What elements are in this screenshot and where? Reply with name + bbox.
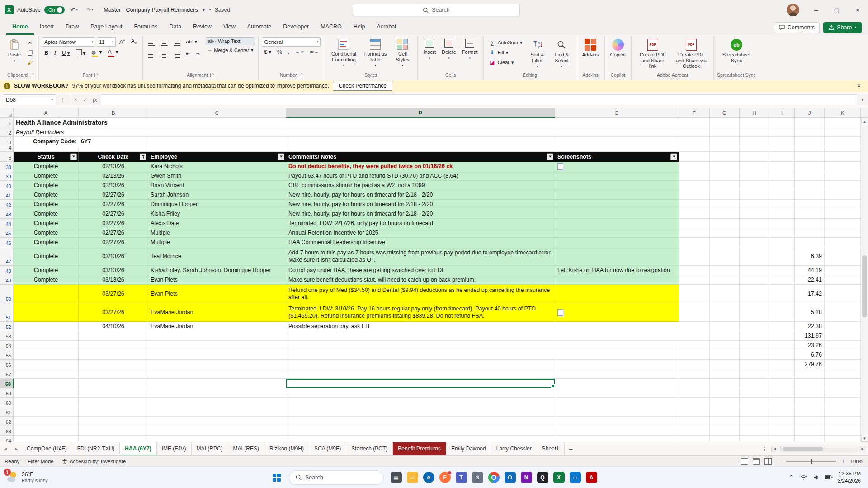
table-header-comments-notes[interactable]: Comments/ Notes <box>286 152 555 162</box>
amount-cell-50[interactable]: 17.42 <box>795 285 825 303</box>
status-cell-47[interactable]: Complete <box>14 247 79 266</box>
check-date-cell-42[interactable]: 02/27/26 <box>79 200 148 209</box>
cell-styles-button[interactable]: Cell Styles▾ <box>391 37 414 68</box>
company-code-value-cell[interactable]: 6Y7 <box>79 137 148 146</box>
cell-H[interactable] <box>740 407 769 417</box>
sheet-tab-emily-dawood[interactable]: Emily Dawood <box>446 442 491 455</box>
amount-cell-52[interactable]: 22.38 <box>795 322 825 331</box>
cell-G[interactable] <box>710 331 740 341</box>
cell-I[interactable] <box>769 209 795 219</box>
row-header-5[interactable]: 5 <box>0 152 14 162</box>
cell-F[interactable] <box>679 303 710 322</box>
font-color-button[interactable]: A▾ <box>106 48 121 57</box>
cell-H[interactable] <box>740 228 769 238</box>
amount-cell-55[interactable]: 6.76 <box>795 350 825 360</box>
redo-button[interactable]: ↷▾ <box>84 5 95 15</box>
employee-cell-43[interactable]: Kisha Friley <box>148 209 286 219</box>
screenshots-cell-56[interactable] <box>555 360 679 369</box>
employee-cell-50[interactable]: Evan Plets <box>148 285 286 303</box>
number-dialog-launcher[interactable] <box>299 73 303 77</box>
check-date-cell-63[interactable] <box>79 426 148 436</box>
notes-cell-42[interactable]: New hire, hourly, pay for hours on timec… <box>286 200 555 209</box>
sheet-tab-startech-pct-[interactable]: Startech (PCT) <box>346 442 393 455</box>
check-date-cell-60[interactable] <box>79 398 148 407</box>
screenshots-cell-46[interactable] <box>555 238 679 247</box>
employee-cell-53[interactable] <box>148 331 286 341</box>
amount-cell-64[interactable] <box>795 436 825 442</box>
table-header-employee[interactable]: Employee <box>148 152 286 162</box>
cell-G[interactable] <box>710 303 740 322</box>
status-cell-64[interactable] <box>14 436 79 442</box>
cell-I[interactable] <box>769 219 795 228</box>
cell-G[interactable] <box>710 398 740 407</box>
align-middle-button[interactable] <box>159 37 170 46</box>
cell-F[interactable] <box>679 341 710 350</box>
ribbon-tab-formulas[interactable]: Formulas <box>128 20 163 35</box>
cell-H[interactable] <box>740 322 769 331</box>
employee-cell-57[interactable] <box>148 369 286 379</box>
status-cell-46[interactable]: Complete <box>14 238 79 247</box>
cell-F[interactable] <box>679 162 710 171</box>
amount-cell-53[interactable]: 131.67 <box>795 331 825 341</box>
cell-E[interactable] <box>555 146 679 152</box>
cell-K[interactable] <box>825 407 861 417</box>
cell-F[interactable] <box>679 407 710 417</box>
status-cell-42[interactable]: Complete <box>14 200 79 209</box>
hscroll-thumb[interactable] <box>783 447 823 451</box>
accessibility-status[interactable]: Accessibility: Investigate <box>62 459 126 464</box>
cell-K[interactable] <box>825 350 861 360</box>
check-date-cell-64[interactable] <box>79 436 148 442</box>
employee-cell-47[interactable]: Teal Morrice <box>148 247 286 266</box>
cell-H[interactable] <box>740 146 769 152</box>
row-header-2[interactable]: 2 <box>0 127 14 137</box>
notes-cell-39[interactable]: Payout 63.47 hours of PTO and refund STD… <box>286 171 555 181</box>
notes-cell-52[interactable]: Possible separation pay, ask EH <box>286 322 555 331</box>
sheet-tab-mai-rpc-[interactable]: MAI (RPC) <box>192 442 228 455</box>
ribbon-tab-insert[interactable]: Insert <box>34 20 60 35</box>
cell-G[interactable] <box>710 426 740 436</box>
cell-K[interactable] <box>825 388 861 398</box>
table-header-status[interactable]: Status <box>14 152 79 162</box>
cell-I[interactable] <box>769 275 795 285</box>
cell-I[interactable] <box>769 398 795 407</box>
cell-F[interactable] <box>679 360 710 369</box>
delete-cells-button[interactable]: Delete▾ <box>439 37 458 61</box>
status-cell-63[interactable] <box>14 426 79 436</box>
comma-format-button[interactable]: , <box>286 48 292 56</box>
cell-I[interactable] <box>769 360 795 369</box>
row-header-57[interactable]: 57 <box>0 369 14 379</box>
cell-J[interactable] <box>795 127 825 137</box>
ribbon-tab-acrobat[interactable]: Acrobat <box>371 20 402 35</box>
comments-button[interactable]: Comments <box>774 22 820 33</box>
cell-G[interactable] <box>710 360 740 369</box>
borders-button[interactable]: ▾ <box>74 49 88 57</box>
row-header-39[interactable]: 39 <box>0 171 14 181</box>
notes-cell-43[interactable]: New hire, hourly, pay for hours on timec… <box>286 209 555 219</box>
cell-G[interactable] <box>710 171 740 181</box>
column-header-K[interactable]: K <box>825 108 861 118</box>
screenshots-cell-42[interactable] <box>555 200 679 209</box>
amount-cell-46[interactable] <box>795 238 825 247</box>
cell-G[interactable] <box>710 275 740 285</box>
screenshots-cell-60[interactable] <box>555 398 679 407</box>
cell-F[interactable] <box>679 379 710 388</box>
cell-D[interactable] <box>286 137 555 146</box>
ribbon-tab-review[interactable]: Review <box>187 20 217 35</box>
status-cell-58[interactable] <box>14 379 79 388</box>
screenshots-cell-53[interactable] <box>555 331 679 341</box>
amount-cell-47[interactable]: 6.39 <box>795 247 825 266</box>
expand-formula-bar-icon[interactable]: ▾ <box>860 98 865 102</box>
cell-K[interactable] <box>825 379 861 388</box>
cell-H[interactable] <box>740 181 769 190</box>
cell-F[interactable] <box>679 388 710 398</box>
column-header-H[interactable]: H <box>740 108 769 118</box>
cell-H[interactable] <box>740 127 769 137</box>
cell-K[interactable] <box>825 146 861 152</box>
notes-cell-47[interactable]: Add 7 hours to this pay as 7 hours was m… <box>286 247 555 266</box>
status-cell-61[interactable] <box>14 407 79 417</box>
column-header-G[interactable]: G <box>710 108 740 118</box>
cell-G[interactable] <box>710 369 740 379</box>
filter-dropdown-icon[interactable] <box>70 153 77 160</box>
row-header-64[interactable]: 64 <box>0 436 14 442</box>
check-date-cell-40[interactable]: 02/13/26 <box>79 181 148 190</box>
